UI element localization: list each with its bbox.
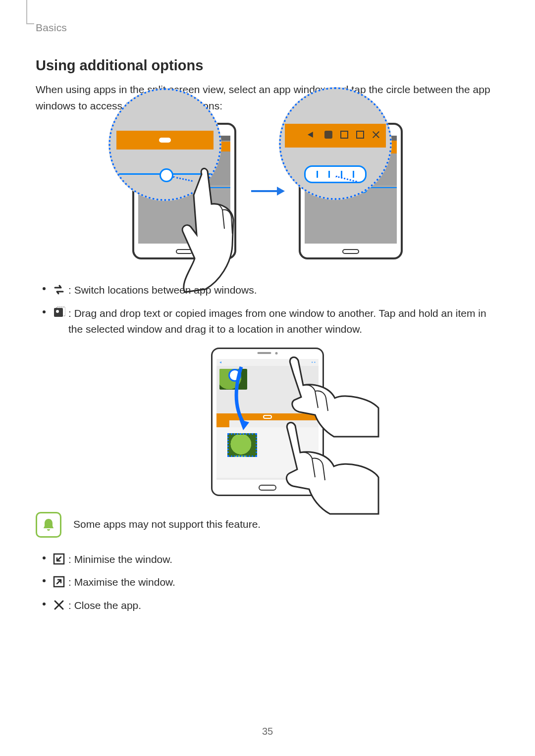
figure-split-options: ✕ [36, 123, 499, 259]
option-switch-text: : Switch locations between app windows. [68, 284, 257, 296]
tablet-before [132, 123, 236, 259]
drag-content-icon [324, 131, 332, 139]
close-icon [53, 599, 65, 611]
option-switch: : Switch locations between app windows. [36, 282, 499, 299]
options-list-1: : Switch locations between app windows. … [36, 282, 499, 338]
manual-page: Basics Using additional options When usi… [0, 0, 535, 756]
page-title: Using additional options [36, 57, 499, 74]
svg-marker-1 [277, 187, 285, 196]
option-drag-text: : Drag and drop text or copied images fr… [68, 307, 486, 335]
options-list-2: : Minimise the window. : Maximise the wi… [36, 552, 499, 614]
option-drag: : Drag and drop text or copied images fr… [36, 305, 499, 338]
option-minimise-text: : Minimise the window. [68, 554, 172, 565]
header-ornament [26, 0, 27, 24]
switch-windows-icon [53, 283, 65, 296]
section-label: Basics [36, 22, 499, 34]
magnifier-handle [108, 88, 221, 201]
option-minimise: : Minimise the window. [36, 552, 499, 568]
tablet-drag: ◂▪ ▪ [211, 348, 324, 496]
option-maximise: : Maximise the window. [36, 574, 499, 591]
magnifier-toolbar [279, 87, 392, 200]
close-icon [372, 131, 380, 139]
svg-point-4 [56, 310, 59, 313]
option-close-text: : Close the app. [68, 600, 141, 611]
maximise-icon [356, 131, 364, 139]
intro-paragraph: When using apps in the split screen view… [36, 82, 499, 114]
note-bell-icon [36, 512, 61, 538]
maximise-icon [53, 575, 65, 588]
drag-content-icon [53, 306, 65, 319]
tablet-after: ✕ [299, 123, 403, 259]
arrow-right-icon [250, 186, 285, 197]
minimise-icon [340, 131, 348, 139]
page-number: 35 [0, 726, 535, 737]
switch-windows-icon [308, 132, 317, 138]
note: Some apps may not support this feature. [36, 512, 499, 538]
minimise-icon [53, 553, 65, 565]
note-text: Some apps may not support this feature. [73, 516, 261, 533]
figure-drag-drop: ◂▪ ▪ [36, 348, 499, 496]
option-close: : Close the app. [36, 598, 499, 614]
option-maximise-text: : Maximise the window. [68, 576, 175, 588]
